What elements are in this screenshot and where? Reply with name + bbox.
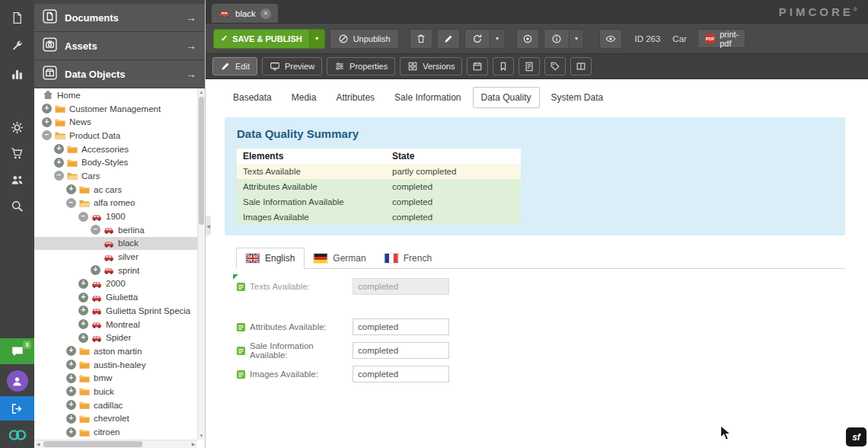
tree-item-spider[interactable]: +Spider (34, 331, 197, 344)
tab-sale-information[interactable]: Sale Information (386, 87, 469, 108)
tree-item-alfa-romeo[interactable]: −alfa romeo (34, 197, 197, 210)
expand-plus-icon[interactable]: + (66, 373, 76, 383)
save-publish-button[interactable]: ✓SAVE & PUBLISH ▼ (213, 29, 325, 49)
tree-item-sprint[interactable]: +sprint (34, 264, 197, 277)
tree-item-1900[interactable]: −1900 (34, 210, 197, 223)
accordion-assets[interactable]: Assets → (34, 32, 205, 60)
tab-system-data[interactable]: System Data (543, 87, 612, 108)
accordion-data-objects[interactable]: Data Objects → (34, 60, 205, 88)
tree-item-berlina[interactable]: −berlina (34, 223, 197, 237)
lang-tab-french[interactable]: French (375, 248, 441, 268)
accordion-documents[interactable]: Documents → (34, 4, 205, 32)
edit-view-button[interactable]: Edit (212, 57, 257, 75)
schedule-button[interactable] (467, 57, 488, 75)
properties-view-button[interactable]: Properties (327, 57, 395, 75)
expand-plus-icon[interactable]: + (42, 117, 52, 127)
tree-item-cadillac[interactable]: +cadillac (34, 398, 197, 412)
unpublish-button[interactable]: Unpublish (330, 29, 399, 49)
reload-dropdown-caret[interactable]: ▼ (490, 30, 505, 48)
locate-in-tree-button[interactable] (516, 29, 539, 49)
reload-button[interactable]: ▼ (464, 29, 506, 49)
expand-plus-icon[interactable]: + (78, 279, 88, 289)
tree-item-cars[interactable]: −Cars (34, 169, 197, 183)
scroll-right-icon[interactable]: ▶ (190, 440, 197, 448)
collapse-minus-icon[interactable]: − (78, 212, 88, 222)
tree-item-2000[interactable]: +2000 (34, 277, 197, 291)
documents-nav-icon[interactable] (0, 6, 34, 29)
scroll-up-icon[interactable]: ▲ (198, 88, 205, 96)
notes-button[interactable] (519, 57, 540, 75)
user-profile-button[interactable] (0, 369, 34, 393)
delete-button[interactable] (410, 29, 432, 49)
tree-item-austin-healey[interactable]: +austin-healey (34, 358, 197, 372)
save-dropdown-caret[interactable]: ▼ (309, 30, 324, 48)
tree-item-home[interactable]: Home (34, 88, 197, 102)
tree-item-news[interactable]: +News (34, 115, 197, 129)
reports-icon[interactable] (0, 62, 34, 85)
tree-item-product-data[interactable]: −Product Data (34, 129, 197, 142)
collapse-minus-icon[interactable]: − (54, 171, 64, 181)
tree-horizontal-scrollbar[interactable]: ◀ ▶ (34, 440, 197, 448)
tree-item-buick[interactable]: +buick (34, 385, 197, 398)
expand-plus-icon[interactable]: + (66, 184, 76, 194)
expand-plus-icon[interactable]: + (66, 386, 76, 396)
versions-view-button[interactable]: Versions (400, 57, 462, 75)
expand-plus-icon[interactable]: + (66, 360, 76, 370)
close-tab-icon[interactable]: ✕ (260, 8, 271, 19)
collapse-minus-icon[interactable]: − (91, 225, 101, 235)
expand-plus-icon[interactable]: + (54, 158, 64, 168)
tab-attributes[interactable]: Attributes (327, 87, 383, 108)
search-icon[interactable] (0, 194, 34, 217)
split-view-button[interactable] (570, 57, 592, 75)
field-input-texts-available-[interactable] (353, 278, 449, 295)
expand-plus-icon[interactable]: + (78, 333, 88, 343)
info-dropdown-caret[interactable]: ▼ (569, 30, 584, 48)
scrollbar-thumb[interactable] (43, 441, 142, 447)
expand-plus-icon[interactable]: + (66, 427, 76, 437)
info-button[interactable]: ▼ (544, 29, 585, 49)
tree-item-chevrolet[interactable]: +chevrolet (34, 412, 197, 426)
field-input-attributes-available-[interactable] (353, 318, 449, 335)
tree-item-citroen[interactable]: +citroen (34, 425, 197, 439)
tree-item-aston-martin[interactable]: +aston martin (34, 344, 197, 358)
expand-plus-icon[interactable]: + (66, 346, 76, 356)
customers-icon[interactable] (0, 168, 34, 191)
rename-button[interactable] (437, 29, 460, 49)
settings-gear-icon[interactable] (0, 116, 34, 139)
scroll-left-icon[interactable]: ◀ (34, 440, 42, 448)
scroll-down-icon[interactable]: ▼ (198, 432, 205, 440)
tree-item-giulietta[interactable]: +Giulietta (34, 290, 197, 304)
ecommerce-cart-icon[interactable] (0, 142, 34, 165)
tree-item-gulietta-sprint-specia[interactable]: +Gulietta Sprint Specia (34, 304, 197, 318)
tab-basedata[interactable]: Basedata (225, 87, 280, 108)
logout-button[interactable] (0, 396, 34, 421)
expand-plus-icon[interactable]: + (91, 265, 101, 275)
bookmark-button[interactable] (493, 57, 514, 75)
field-input-sale-information-available-[interactable] (353, 342, 449, 359)
lang-tab-english[interactable]: English (236, 248, 305, 269)
tree-item-montreal[interactable]: +Montreal (34, 318, 197, 331)
tree-item-silver[interactable]: silver (34, 250, 197, 264)
tab-media[interactable]: Media (283, 87, 325, 108)
preview-view-button[interactable]: Preview (262, 57, 322, 75)
tree-item-bmw[interactable]: +bmw (34, 371, 197, 385)
expand-plus-icon[interactable]: + (66, 400, 76, 410)
collapse-minus-icon[interactable]: − (42, 130, 52, 140)
tools-icon[interactable] (0, 34, 34, 57)
tree-item-black[interactable]: black (34, 237, 197, 251)
expand-plus-icon[interactable]: + (66, 414, 76, 424)
symfony-debug-badge[interactable]: sf (846, 427, 866, 446)
tree-item-ac-cars[interactable]: +ac cars (34, 183, 197, 197)
expand-plus-icon[interactable]: + (42, 104, 52, 114)
expand-plus-icon[interactable]: + (78, 293, 88, 302)
field-input-images-available-[interactable] (353, 366, 449, 382)
print-pdf-button[interactable]: PDF print-pdf (697, 29, 745, 48)
tree-item-customer-management[interactable]: +Customer Management (34, 102, 197, 116)
open-tab-black[interactable]: black ✕ (212, 4, 278, 23)
expand-plus-icon[interactable]: + (78, 306, 88, 315)
panel-collapse-handle[interactable]: ◀ (206, 216, 211, 235)
scrollbar-thumb[interactable] (199, 97, 204, 225)
expand-plus-icon[interactable]: + (54, 144, 64, 154)
tree-item-body-styles[interactable]: +Body-Styles (34, 155, 197, 169)
pimcore-logo-icon[interactable] (0, 422, 34, 448)
